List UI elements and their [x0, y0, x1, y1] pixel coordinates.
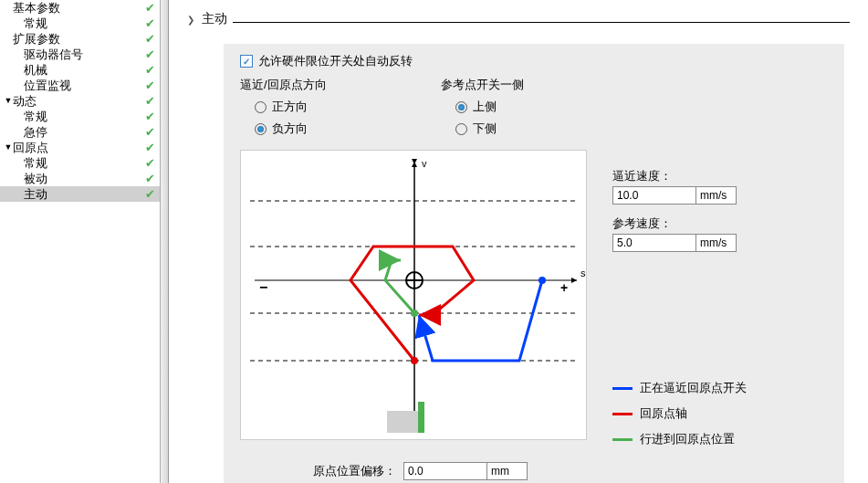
check-icon: ✔: [145, 125, 155, 139]
expander-icon[interactable]: ▼: [4, 93, 13, 109]
check-icon: ✔: [145, 156, 155, 170]
reference-speed-unit[interactable]: mm/s: [696, 234, 737, 252]
legend-green-icon: [612, 438, 633, 441]
radio-negative-dir-label: 负方向: [272, 121, 308, 137]
tree-item-drive-signals[interactable]: 驱动器信号✔: [0, 47, 168, 62]
tree-item-active[interactable]: 主动✔: [0, 186, 168, 202]
svg-point-9: [539, 277, 546, 284]
main-content: ❯ 主动 ✓ 允许硬件限位开关处自动反转 逼近/回原点方向 正方向 负方向 参考…: [169, 0, 868, 483]
check-icon: ✔: [145, 110, 155, 123]
refside-radio-group: 参考点开关一侧 上侧 下侧: [441, 77, 642, 142]
section-header: ❯ 主动: [187, 11, 850, 27]
chevron-right-icon[interactable]: ❯: [187, 15, 194, 25]
legend-green-label: 行进到回原点位置: [640, 431, 735, 447]
section-title: 主动: [202, 11, 227, 27]
check-icon: ✔: [145, 32, 155, 46]
check-icon: ✔: [145, 16, 155, 30]
radio-negative-dir[interactable]: [255, 123, 267, 135]
tree-item-basic-params[interactable]: 基本参数✔: [0, 0, 168, 16]
tree-item-homing-general[interactable]: 常规✔: [0, 155, 168, 171]
legend-blue-label: 正在逼近回原点开关: [640, 380, 747, 396]
svg-point-11: [411, 310, 418, 317]
radio-positive-dir[interactable]: [255, 101, 267, 113]
check-icon: ✔: [145, 187, 155, 201]
radio-lower-side-label: 下侧: [473, 121, 497, 137]
svg-point-10: [411, 357, 418, 364]
radio-lower-side[interactable]: [455, 123, 467, 135]
offset-input[interactable]: [403, 462, 487, 480]
check-icon: ✔: [145, 172, 155, 185]
legend-red-icon: [612, 413, 633, 415]
divider: [233, 22, 850, 23]
legend-red-label: 回原点轴: [640, 405, 687, 422]
tree-item-position-monitor[interactable]: 位置监视✔: [0, 78, 168, 93]
radio-upper-side-label: 上侧: [473, 99, 497, 115]
tree-item-mechanics[interactable]: 机械✔: [0, 62, 168, 78]
check-icon: ✔: [145, 63, 155, 77]
reference-speed-input[interactable]: [612, 234, 696, 252]
refside-heading: 参考点开关一侧: [441, 77, 642, 93]
direction-heading: 逼近/回原点方向: [240, 77, 441, 93]
plus-sign: +: [560, 280, 568, 295]
tree-item-passive[interactable]: 被动✔: [0, 171, 168, 186]
config-panel: ✓ 允许硬件限位开关处自动反转 逼近/回原点方向 正方向 负方向 参考点开关一侧…: [224, 44, 844, 483]
tree-item-dyn-general[interactable]: 常规✔: [0, 109, 168, 124]
tree-item-extended-params[interactable]: 扩展参数✔: [0, 31, 168, 47]
legend: 正在逼近回原点开关 回原点轴 行进到回原点位置: [612, 380, 747, 447]
tree-item-homing[interactable]: ▼回原点✔: [0, 140, 168, 155]
tree-item-general[interactable]: 常规✔: [0, 16, 168, 31]
direction-radio-group: 逼近/回原点方向 正方向 负方向: [240, 77, 441, 142]
check-icon: ✔: [145, 141, 155, 154]
homing-diagram: v s − +: [240, 150, 587, 440]
svg-rect-16: [418, 402, 424, 433]
offset-label: 原点位置偏移：: [313, 463, 396, 479]
auto-reverse-checkbox-row: ✓ 允许硬件限位开关处自动反转: [240, 53, 828, 69]
approach-speed-label: 逼近速度：: [612, 168, 747, 184]
nav-tree[interactable]: 基本参数✔ 常规✔ 扩展参数✔ 驱动器信号✔ 机械✔ 位置监视✔ ▼动态✔ 常规…: [0, 0, 169, 483]
radio-upper-side[interactable]: [455, 101, 467, 113]
check-icon: ✔: [145, 94, 155, 108]
check-icon: ✔: [145, 1, 155, 15]
v-axis-label: v: [422, 158, 427, 169]
check-icon: ✔: [145, 47, 155, 61]
offset-unit[interactable]: mm: [487, 462, 528, 480]
reference-speed-label: 参考速度：: [612, 215, 747, 232]
s-axis-label: s: [580, 268, 586, 278]
minus-sign: −: [259, 279, 267, 295]
expander-icon[interactable]: ▼: [4, 140, 13, 155]
tree-item-emergency[interactable]: 急停✔: [0, 124, 168, 140]
auto-reverse-checkbox[interactable]: ✓: [240, 55, 253, 68]
auto-reverse-label: 允许硬件限位开关处自动反转: [258, 53, 413, 69]
legend-blue-icon: [612, 387, 633, 390]
tree-item-dynamics[interactable]: ▼动态✔: [0, 93, 168, 109]
approach-speed-input[interactable]: [612, 186, 696, 205]
svg-rect-15: [387, 411, 418, 433]
radio-positive-dir-label: 正方向: [272, 99, 308, 115]
approach-speed-unit[interactable]: mm/s: [696, 186, 737, 205]
check-icon: ✔: [145, 79, 155, 92]
